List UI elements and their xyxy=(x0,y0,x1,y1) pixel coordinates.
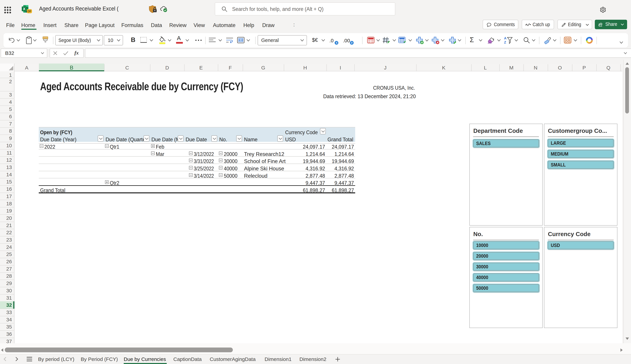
svg-text:Z: Z xyxy=(504,40,506,44)
svg-text:DF: DF xyxy=(28,10,32,13)
svg-text:X: X xyxy=(23,7,26,11)
svg-text:A: A xyxy=(504,36,506,40)
